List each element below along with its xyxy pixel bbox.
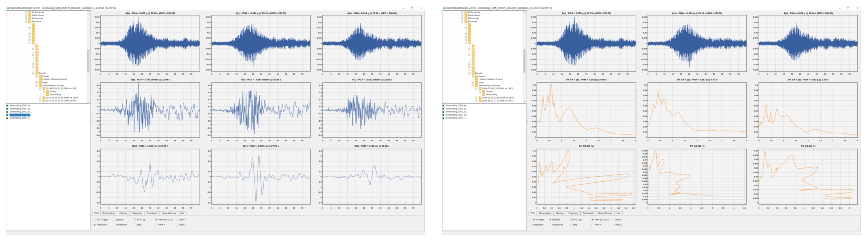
svg-text:-0.005: -0.005 [641,48,647,50]
svg-text:55: 55 [190,139,193,141]
svg-text:1.5: 1.5 [208,160,211,162]
svg-text:0.05: 0.05 [532,176,536,178]
svg-text:5: 5 [108,73,110,75]
svg-text:25: 25 [252,73,254,75]
svg-text:0: 0 [321,109,322,111]
svg-text:15: 15 [236,207,238,209]
svg-text:0.02: 0.02 [532,191,536,193]
svg-text:0.035: 0.035 [642,180,647,182]
svg-text:2: 2 [99,155,100,157]
svg-text:0: 0 [535,136,536,138]
svg-text:0.08: 0.08 [643,94,647,97]
svg-text:0.005: 0.005 [95,37,100,39]
svg-text:2.5: 2.5 [819,139,822,141]
svg-text:-0.01: -0.01 [642,53,647,55]
svg-text:-3: -3 [320,130,322,133]
svg-text:1: 1 [321,165,322,167]
svg-text:5: 5 [767,73,768,75]
svg-text:2: 2 [696,139,698,141]
svg-text:0.03: 0.03 [643,183,647,185]
svg-text:1.2: 1.2 [812,207,814,209]
svg-text:5: 5 [331,73,332,75]
svg-text:1.5: 1.5 [679,207,682,209]
svg-text:D(z) : PGD = 1.128 cm @ 31.68: D(z) : PGD = 1.128 cm @ 31.68 s [355,145,390,147]
svg-text:0.5: 0.5 [319,170,322,172]
svg-text:V(y) : PGV = -3.314 cm/sec @ 2: V(y) : PGV = -3.314 cm/sec @ 25.86 s [241,78,281,81]
svg-text:-0.5: -0.5 [208,181,211,183]
svg-text:1.5: 1.5 [319,160,322,162]
svg-text:-1: -1 [209,186,211,188]
svg-text:0.06: 0.06 [532,105,536,107]
svg-text:0.04: 0.04 [754,167,758,169]
svg-text:0.065: 0.065 [642,162,647,164]
svg-text:35: 35 [269,139,271,141]
svg-text:-0.005: -0.005 [205,48,211,50]
svg-text:0: 0 [322,139,323,141]
svg-text:1: 1 [561,139,562,141]
svg-text:-2.5: -2.5 [318,127,322,129]
svg-text:45: 45 [396,73,398,75]
svg-text:2.5: 2.5 [208,150,211,152]
svg-text:-2: -2 [209,123,211,126]
svg-text:0.5: 0.5 [319,105,322,108]
svg-text:D(x) : PGD = -1.483 cm @ 27.28: D(x) : PGD = -1.483 cm @ 27.28 s [132,145,168,147]
svg-text:30: 30 [371,73,373,75]
svg-text:15: 15 [346,73,349,75]
svg-text:10: 10 [227,73,229,75]
svg-text:0.03: 0.03 [643,120,647,123]
svg-text:5: 5 [108,207,110,209]
svg-text:1: 1 [783,139,784,141]
svg-text:V(x) : PGV = 3.791 cm/sec @ 22: V(x) : PGV = 3.791 cm/sec @ 22.88 s [131,78,170,81]
svg-text:-0.015: -0.015 [94,58,100,60]
svg-text:5: 5 [220,139,221,141]
svg-text:55: 55 [412,207,415,209]
svg-text:30: 30 [260,139,262,141]
svg-text:A(x) : PGA = 0.025 g @ 22.76 s: A(x) : PGA = 0.025 g @ 22.76 s (SPS = 20… [561,12,611,15]
svg-text:25: 25 [252,207,254,209]
svg-text:0.8: 0.8 [565,207,568,209]
svg-text:0.025: 0.025 [753,180,758,182]
svg-text:0.01: 0.01 [754,193,758,195]
svg-text:40: 40 [388,73,390,75]
svg-text:2.5: 2.5 [597,139,600,141]
svg-text:45: 45 [396,139,398,141]
svg-text:3.5: 3.5 [208,84,211,86]
svg-text:-2: -2 [320,196,322,198]
svg-text:0.02: 0.02 [754,184,758,186]
svg-text:20: 20 [569,73,571,75]
svg-text:55: 55 [190,73,193,75]
svg-text:50: 50 [293,73,295,75]
svg-text:2: 2 [611,207,612,209]
svg-text:50: 50 [729,73,732,75]
svg-text:2: 2 [586,139,587,141]
svg-text:-0.015: -0.015 [316,58,322,60]
svg-text:A(y) : PGA = -0.022 g @ 25.13: A(y) : PGA = -0.022 g @ 25.13 s (SPS = 2… [236,12,286,15]
svg-text:1.5: 1.5 [795,139,797,141]
svg-text:15: 15 [236,73,238,75]
svg-text:10: 10 [663,73,665,75]
svg-text:1.5: 1.5 [684,139,686,141]
svg-text:-2.5: -2.5 [208,201,211,204]
svg-text:25: 25 [252,139,254,141]
svg-text:1: 1 [321,102,322,104]
svg-text:-0.02: -0.02 [753,63,758,65]
svg-text:55: 55 [412,139,415,141]
svg-text:0: 0 [757,42,758,45]
svg-text:30: 30 [260,207,262,209]
svg-text:-0.025: -0.025 [530,69,536,71]
svg-text:10: 10 [116,207,118,209]
svg-text:1: 1 [210,102,211,104]
svg-text:0.06: 0.06 [643,105,647,107]
svg-text:55: 55 [848,73,851,75]
svg-text:1: 1 [99,102,100,104]
svg-text:-0.005: -0.005 [752,48,758,50]
svg-text:0.01: 0.01 [532,131,536,133]
svg-text:15: 15 [672,73,674,75]
svg-text:50: 50 [182,73,184,75]
svg-text:1.5: 1.5 [97,160,100,162]
svg-text:2: 2 [849,207,850,209]
svg-text:-0.02: -0.02 [642,63,647,65]
svg-text:10: 10 [227,207,229,209]
svg-text:25: 25 [141,139,143,141]
svg-text:A(x) : PGA = 0.025 g @ 22.76 s: A(x) : PGA = 0.025 g @ 22.76 s (SPS = 20… [125,12,175,15]
